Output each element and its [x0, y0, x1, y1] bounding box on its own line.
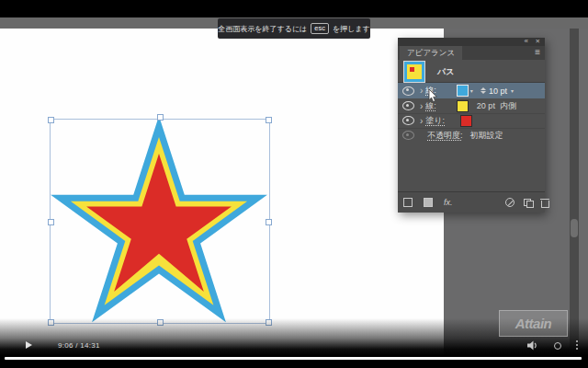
fullscreen-exit-tooltip: 全画面表示を終了するには esc を押します — [218, 18, 370, 39]
settings-icon[interactable] — [554, 342, 561, 350]
disclosure-icon[interactable]: › — [420, 86, 423, 95]
opacity-value[interactable]: 初期設定 — [470, 130, 503, 142]
disclosure-icon[interactable]: › — [420, 117, 423, 125]
tooltip-text-before: 全画面表示を終了するには — [218, 24, 307, 34]
stroke-color-swatch[interactable] — [457, 85, 469, 97]
stroke-row-10pt[interactable]: › 線: ▾ 10 pt ▾ — [398, 83, 545, 98]
mouse-cursor — [428, 89, 438, 103]
selection-bounding-box[interactable] — [50, 119, 270, 324]
visibility-eye-icon[interactable] — [402, 101, 414, 110]
top-letterbox — [0, 0, 588, 17]
delete-item-icon[interactable] — [541, 199, 548, 207]
disclosure-icon[interactable]: › — [420, 102, 423, 110]
fill-label[interactable]: 塗り: — [425, 115, 445, 127]
add-new-fill-icon[interactable] — [424, 198, 433, 207]
close-panel-icon[interactable]: ✕ — [536, 37, 540, 46]
add-effect-icon[interactable]: fx. — [444, 198, 453, 207]
thumbnail-fill-dot — [410, 67, 414, 72]
swatch-dropdown-icon[interactable]: ▾ — [470, 87, 473, 94]
attain-logo-watermark: Attain — [499, 310, 568, 337]
stroke-weight-stepper[interactable] — [481, 87, 486, 94]
video-frame: 全画面表示を終了するには esc を押します « ✕ アピアランス ≡ パス ›… — [0, 0, 588, 368]
clear-appearance-icon[interactable] — [505, 198, 514, 207]
cursor-arrow — [429, 89, 436, 102]
selection-handle-e[interactable] — [266, 219, 272, 225]
panel-tabstrip: アピアランス ≡ — [398, 46, 545, 60]
playback-time: 9:06 / 14:31 — [58, 341, 100, 350]
scrollbar-thumb[interactable] — [571, 219, 578, 237]
weight-dropdown-icon[interactable]: ▾ — [511, 87, 514, 94]
path-appearance-thumbnail — [404, 62, 424, 82]
selection-handle-nw[interactable] — [48, 117, 54, 123]
panel-menu-icon[interactable]: ≡ — [535, 47, 540, 57]
volume-icon[interactable] — [527, 340, 539, 351]
visibility-eye-icon[interactable] — [402, 116, 414, 125]
path-label: パス — [437, 66, 454, 78]
tab-appearance[interactable]: アピアランス — [400, 46, 462, 60]
visibility-eye-icon[interactable] — [402, 131, 414, 140]
more-options-icon[interactable] — [576, 340, 578, 351]
panel-titlebar: « ✕ — [398, 38, 545, 46]
stroke-weight-value[interactable]: 10 pt — [489, 86, 507, 96]
duplicate-item-icon[interactable] — [524, 199, 533, 207]
seek-bar[interactable] — [5, 357, 582, 360]
selection-handle-n[interactable] — [157, 114, 164, 121]
path-item-row[interactable]: パス — [398, 62, 545, 83]
play-icon[interactable] — [26, 341, 32, 349]
stroke-align-value: 内側 — [500, 100, 516, 112]
vertical-scrollbar[interactable] — [570, 29, 579, 348]
collapse-panel-icon[interactable]: « — [525, 37, 528, 46]
swatch-fill — [458, 86, 468, 96]
selection-handle-w[interactable] — [48, 219, 54, 225]
stroke-color-swatch[interactable] — [457, 100, 469, 112]
panel-footer: fx. — [398, 191, 545, 213]
fill-color-swatch[interactable] — [460, 115, 472, 127]
add-new-stroke-icon[interactable] — [403, 198, 413, 207]
opacity-row[interactable]: 不透明度: 初期設定 — [398, 128, 545, 143]
appearance-panel: « ✕ アピアランス ≡ パス › 線: ▾ 10 pt ▾ — [398, 38, 545, 212]
selection-handle-ne[interactable] — [266, 117, 272, 123]
tooltip-text-after: を押します — [333, 24, 370, 34]
esc-key-badge: esc — [311, 23, 329, 34]
fill-row[interactable]: › 塗り: — [398, 113, 545, 129]
stroke-row-20pt[interactable]: › 線: 20 pt 内側 — [398, 98, 545, 114]
opacity-label[interactable]: 不透明度: — [427, 130, 463, 142]
stroke-weight-value: 20 pt — [477, 101, 495, 110]
visibility-eye-icon[interactable] — [402, 86, 414, 96]
